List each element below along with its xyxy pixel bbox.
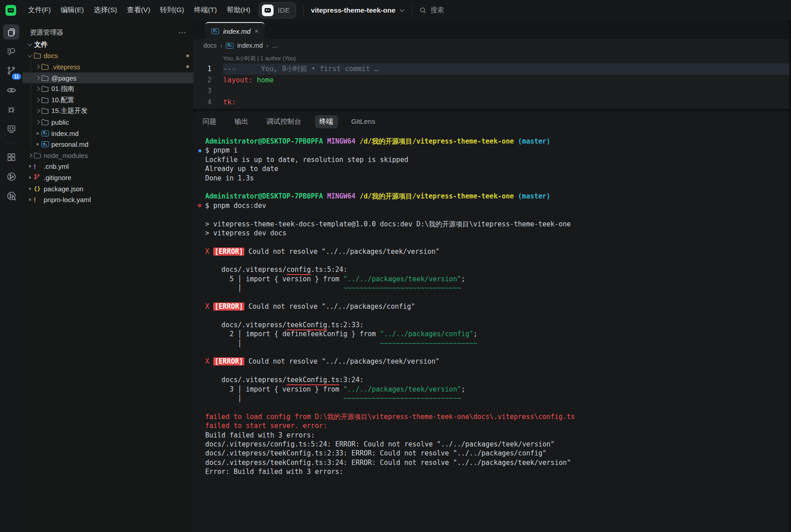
tree-item-label: .gitignore	[44, 174, 72, 181]
close-icon[interactable]: ×	[255, 27, 258, 35]
tab-index-md[interactable]: M↓ index.md ×	[205, 22, 265, 39]
menu-item[interactable]: 编辑(E)	[61, 5, 84, 15]
panel-tab-active[interactable]: 终端	[315, 115, 338, 128]
menu-item[interactable]: 终端(T)	[194, 5, 217, 15]
breadcrumb-item[interactable]: ...	[272, 42, 278, 49]
tree-item[interactable]: @pages	[22, 72, 193, 84]
menu-item[interactable]: 文件(F)	[28, 5, 51, 15]
command-success-icon: ●	[198, 146, 202, 155]
tree-item[interactable]: M↓personal.md	[22, 139, 193, 150]
sidebar-item-search[interactable]	[3, 44, 19, 59]
chevron-right-icon	[34, 74, 41, 81]
folder-icon	[34, 52, 43, 59]
tree-item[interactable]: .gitignore	[22, 172, 193, 183]
titlebar-divider	[303, 6, 304, 15]
ide-label: IDE	[278, 6, 290, 14]
tree-item[interactable]: docs	[22, 50, 193, 62]
folder-icon	[41, 108, 51, 114]
folder-icon	[34, 152, 43, 159]
terminal-line	[199, 403, 789, 412]
chevron-down-icon	[26, 41, 34, 48]
terminal-line: Done in 1.3s	[199, 174, 789, 183]
folder-icon	[41, 86, 51, 92]
markdown-icon: M↓	[226, 43, 234, 49]
markdown-icon: M↓	[41, 131, 51, 136]
sidebar-item-preview[interactable]	[3, 82, 19, 98]
panel-tab-item[interactable]: 问题	[198, 115, 221, 128]
modified-dot	[26, 174, 34, 181]
code-text: tk:	[223, 97, 789, 108]
more-actions-icon[interactable]: ⋯	[178, 28, 186, 37]
code-line: 3	[193, 86, 789, 97]
terminal-line: │ ~~~~~~~~~~~~~~~~~~~~~~~~~~~~~	[199, 394, 789, 403]
code-area[interactable]: You, 8小时前 | 1 author (You) 1---You, 8小时前…	[193, 52, 789, 109]
code-text	[223, 86, 789, 97]
tree-item[interactable]: !pnpm-lock.yaml	[22, 194, 193, 205]
terminal-line: │ ~~~~~~~~~~~~~~~~~~~~~~~~~~~~~	[199, 284, 789, 293]
terminal-line: > vitepress-theme-teek-docs-template@1.0…	[199, 220, 789, 229]
tree-item-label: 01.指南	[51, 85, 74, 93]
terminal-line	[199, 311, 789, 320]
tree-section[interactable]: 文件	[22, 39, 193, 50]
code-text: layout: home	[223, 75, 789, 86]
tree-item[interactable]: .vitepress	[22, 61, 193, 72]
explorer-sidebar: 资源管理器 ⋯ 文件docs.vitepress@pages01.指南10.配置…	[22, 20, 193, 532]
sidebar-item-debug[interactable]	[3, 102, 19, 117]
tree-item[interactable]: node_modules	[22, 150, 193, 161]
terminal-line: Error: Build failed with 3 errors:	[199, 467, 789, 476]
chevron-right-icon	[34, 108, 41, 115]
tree-item[interactable]: public	[22, 117, 193, 128]
git-icon	[34, 174, 43, 181]
panel-tab-item[interactable]: 输出	[230, 115, 253, 128]
sidebar-item-source-control[interactable]: 11	[3, 63, 19, 78]
tree-item[interactable]: !.cnb.yml	[22, 161, 193, 172]
terminal-line: docs/.vitepress/config.ts:5:24: ERROR: C…	[199, 440, 789, 449]
terminal-line	[199, 210, 789, 219]
line-number: 4	[193, 98, 211, 106]
chevron-right-icon	[34, 63, 41, 70]
tree-item[interactable]: 15.主题开发	[22, 106, 193, 117]
tree-item-label: index.md	[51, 130, 79, 137]
terminal-line: docs/.vitepress/teekConfig.ts:3:24: ERRO…	[199, 458, 789, 467]
tree-item[interactable]: M↓index.md	[22, 128, 193, 139]
terminal-line: ⊗$ pnpm docs:dev	[199, 201, 789, 210]
tree-item[interactable]: {}package.json	[22, 183, 193, 194]
tree-item[interactable]: 10.配置	[22, 95, 193, 106]
menu-item[interactable]: 转到(G)	[160, 5, 184, 15]
sidebar-item-remote-ide[interactable]	[3, 121, 19, 136]
menu-item[interactable]: 帮助(H)	[227, 5, 251, 15]
panel-tab-item[interactable]: GitLens	[347, 116, 380, 127]
tree-item-label: pnpm-lock.yaml	[44, 196, 91, 203]
terminal-line	[199, 256, 789, 265]
chevron-right-icon	[34, 86, 41, 93]
tree-item-label: personal.md	[51, 140, 89, 148]
menu-item[interactable]: 查看(V)	[127, 5, 150, 15]
modified-dot	[34, 130, 41, 137]
chevron-down-icon	[26, 52, 34, 59]
ide-badge[interactable]: IDE	[259, 2, 297, 18]
tree-item-label: 10.配置	[51, 96, 74, 104]
breadcrumb-item[interactable]: docs	[203, 42, 217, 49]
terminal-output[interactable]: Administrator@DESKTOP-7PB0PFA MINGW64 /d…	[193, 130, 789, 476]
global-search[interactable]: 搜索	[419, 6, 444, 14]
tree-item[interactable]: 01.指南	[22, 83, 193, 95]
breadcrumb[interactable]: docs›M↓index.md›...	[193, 39, 789, 52]
terminal-line	[199, 366, 789, 375]
workspace-switcher[interactable]: vitepress-theme-teek-one	[311, 6, 404, 14]
sidebar-item-code-review[interactable]	[3, 188, 19, 203]
sidebar-item-extensions[interactable]	[3, 149, 19, 165]
code-line: 2layout: home	[193, 75, 789, 86]
ide-robot-icon	[262, 5, 274, 16]
breadcrumb-item[interactable]: index.md	[237, 42, 263, 49]
terminal-line: │ ~~~~~~~~~~~~~~~~~~~~~~~~	[199, 339, 789, 348]
menu-item[interactable]: 选择(S)	[94, 5, 117, 15]
sidebar-item-explorer[interactable]	[3, 24, 19, 40]
terminal-line	[199, 293, 789, 302]
sidebar-item-git-graph[interactable]	[3, 169, 19, 184]
explorer-files-icon	[6, 27, 17, 37]
panel-tab-item[interactable]: 调试控制台	[262, 115, 306, 128]
terminal-line: failed to load config from D:\我的开源项目\vit…	[199, 412, 789, 421]
line-number: 1	[193, 65, 211, 73]
line-number: 2	[193, 76, 211, 84]
terminal-line: docs/.vitepress/teekConfig.ts:3:24:	[199, 375, 789, 384]
